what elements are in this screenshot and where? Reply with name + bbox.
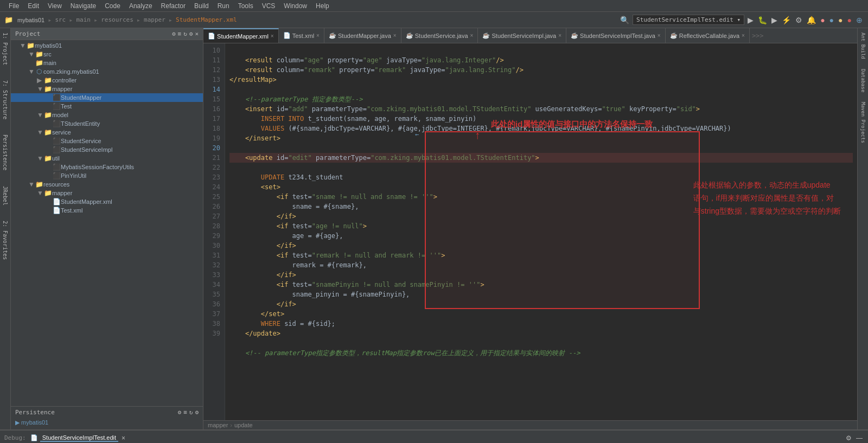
tree-src[interactable]: ▼📁src — [11, 50, 203, 59]
tree-main[interactable]: 📁main — [11, 59, 203, 67]
tree-student-mapper-xml[interactable]: 📄StudentMapper.xml — [11, 197, 203, 206]
collapse-icon[interactable]: ≡ — [178, 30, 182, 37]
persistence-mybatis01[interactable]: ▶ mybatis01 — [15, 418, 199, 427]
file-label: StudentMapper.xml — [176, 16, 237, 23]
browser-icon3[interactable]: ● — [837, 15, 844, 25]
menu-file[interactable]: File — [4, 2, 23, 10]
menu-refactor[interactable]: Refactor — [157, 2, 190, 10]
persist-collapse[interactable]: ≡ — [183, 409, 187, 416]
menu-run[interactable]: Run — [213, 2, 234, 10]
tab-student-mapper-xml[interactable]: 📄 StudentMapper.xml× — [203, 28, 279, 43]
panel-settings-icon[interactable]: ⚙ — [189, 30, 193, 37]
tab-close-4[interactable]: × — [470, 33, 474, 38]
tab-close-5[interactable]: × — [558, 33, 561, 38]
debug-button[interactable]: 🐛 — [757, 15, 768, 25]
persist-settings[interactable]: ⚙ — [195, 409, 199, 416]
project-sidebar-icon[interactable]: 1: Project — [1, 30, 9, 67]
tree-student-mapper[interactable]: ⬛StudentMapper — [11, 93, 203, 102]
menu-vcs[interactable]: VCS — [258, 2, 280, 10]
menu-help[interactable]: Help — [311, 2, 334, 10]
tab-student-mapper-java[interactable]: ☕ StudentMapper.java× — [324, 28, 401, 43]
tree-test[interactable]: ⬛Test — [11, 102, 203, 111]
persist-sync[interactable]: ↻ — [189, 409, 193, 416]
right-sidebar: Ant Build Database Maven Projects — [857, 28, 868, 429]
persist-gear[interactable]: ⚙ — [178, 409, 182, 416]
ant-build-icon[interactable]: Ant Build — [859, 30, 867, 61]
code-lines: <result column="age" property="age" java… — [225, 43, 857, 420]
jrebel-side-icon[interactable]: JRebel — [1, 184, 9, 208]
menu-tools[interactable]: Tools — [234, 2, 258, 10]
sync-icon[interactable]: ↻ — [183, 30, 187, 37]
tree-mapper[interactable]: ▼📁mapper — [11, 85, 203, 93]
menu-edit[interactable]: Edit — [23, 2, 43, 10]
database-icon[interactable]: Database — [859, 67, 867, 94]
tree-test-xml[interactable]: 📄Test.xml — [11, 206, 203, 215]
tab-test-xml[interactable]: 📄 Test.xml× — [279, 28, 324, 43]
debug-tab-active[interactable]: StudentServiceImplTest.edit — [40, 434, 118, 442]
tree-pinyin[interactable]: ⬛PinYinUtil — [11, 171, 203, 180]
maven-icon[interactable]: Maven Projects — [859, 100, 867, 145]
browser-icon2[interactable]: ● — [828, 15, 835, 25]
tab-student-service-java[interactable]: ☕ StudentService.java× — [401, 28, 478, 43]
favorites-icon[interactable]: 2: Favorites — [1, 219, 9, 262]
tree-tstudent[interactable]: ⬛TStudentEntity — [11, 119, 203, 128]
resources-label: resources — [101, 16, 133, 23]
browser-icon4[interactable]: ● — [846, 15, 853, 25]
settings-icon[interactable]: ⚙ — [794, 15, 803, 25]
tab-close-7[interactable]: × — [742, 33, 745, 38]
menu-analyze[interactable]: Analyze — [125, 2, 157, 10]
tree-resources[interactable]: ▼📁resources — [11, 180, 203, 189]
breadcrumb-mapper: mapper — [208, 422, 228, 428]
tab-reflective-callable[interactable]: ☕ ReflectiveCallable.java× — [666, 28, 750, 43]
tree-model[interactable]: ▼📁model — [11, 111, 203, 119]
notifications-icon[interactable]: 🔔 — [806, 15, 817, 25]
main-label: main — [76, 16, 91, 23]
tab-close-1[interactable]: × — [271, 33, 274, 39]
project-tree: ▼📁mybatis01 ▼📁src 📁main ▼⬡com.zking.myba… — [11, 40, 203, 406]
menu-build[interactable]: Build — [190, 2, 213, 10]
menu-navigate[interactable]: Navigate — [66, 2, 100, 10]
tree-util[interactable]: ▼📁util — [11, 154, 203, 163]
hide-icon[interactable]: × — [195, 30, 199, 37]
tab-student-service-impl-test-java[interactable]: ☕ StudentServiceImplTest.java× — [566, 28, 666, 43]
debug-minimize-btn[interactable]: — — [855, 434, 864, 442]
menu-code[interactable]: Code — [100, 2, 125, 10]
structure-icon[interactable]: 7: Structure — [1, 78, 9, 121]
left-arrow-indicator: ← — [415, 131, 419, 138]
menu-view[interactable]: View — [43, 2, 66, 10]
menu-window[interactable]: Window — [279, 2, 311, 10]
tab-student-service-impl-java[interactable]: ☕ StudentServiceImpl.java× — [478, 28, 566, 43]
chrome-icon[interactable]: ● — [819, 15, 826, 25]
run-config-selector[interactable]: StudentServiceImplTest.edit ▾ — [633, 15, 744, 25]
tree-root[interactable]: ▼📁mybatis01 — [11, 41, 203, 50]
code-area: 10111213 14 1516171819 20 2122232425 262… — [203, 43, 857, 420]
project-name: mybatis01 — [17, 17, 44, 23]
left-sidebar-icons: 1: Project 7: Structure Persistence JReb… — [0, 28, 11, 429]
tree-student-service-impl[interactable]: ⬛StudentServiceImpl — [11, 145, 203, 154]
ie-icon[interactable]: ⊕ — [855, 15, 864, 25]
debug-settings-btn[interactable]: ⚙ — [845, 434, 853, 442]
menu-bar: File Edit View Navigate Code Analyze Ref… — [0, 0, 868, 12]
jrebel-icon[interactable]: ⚡ — [781, 15, 792, 25]
tree-res-mapper[interactable]: ▼📁mapper — [11, 189, 203, 197]
mapper-label: mapper — [144, 16, 165, 23]
project-panel: Project ⚙ ≡ ↻ ⚙ × ▼📁mybatis01 ▼📁src 📁mai… — [11, 28, 203, 429]
debug-close-btn[interactable]: × — [120, 434, 126, 442]
tree-controller[interactable]: ▶📁controller — [11, 76, 203, 85]
persistence-icon[interactable]: Persistence — [1, 132, 9, 172]
breadcrumb-update: update — [234, 422, 253, 428]
tree-mybatis-session[interactable]: ⬛MybatisSessionFactoryUtils — [11, 163, 203, 171]
tab-close-2[interactable]: × — [316, 33, 320, 38]
tab-close-3[interactable]: × — [393, 33, 397, 38]
run-button[interactable]: ▶ — [746, 15, 755, 25]
gear-icon[interactable]: ⚙ — [172, 30, 176, 37]
tree-service-folder[interactable]: ▼📁service — [11, 128, 203, 137]
tree-com-zking[interactable]: ▼⬡com.zking.mybatis01 — [11, 67, 203, 76]
coverage-button[interactable]: ▶ — [770, 15, 778, 25]
callout-arrow-up: ↑ — [475, 129, 480, 142]
search-icon[interactable]: 🔍 — [619, 15, 630, 25]
tree-student-service[interactable]: ⬛StudentService — [11, 137, 203, 145]
more-tabs-icon[interactable]: >>> — [752, 32, 764, 40]
editor-content[interactable]: 10111213 14 1516171819 20 2122232425 262… — [203, 43, 857, 420]
tab-close-6[interactable]: × — [658, 33, 661, 38]
